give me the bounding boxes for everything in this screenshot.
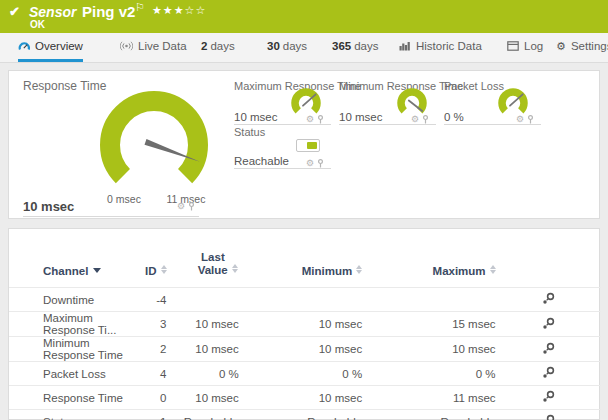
gear-icon[interactable]: ⚙ xyxy=(306,159,314,168)
mini-gauge-actions: ⚙ xyxy=(516,115,534,124)
mini-gauge-actions: ⚙ xyxy=(411,115,429,124)
gauge-icon xyxy=(18,41,30,52)
column-header-channel[interactable]: Channel xyxy=(9,229,139,288)
tab-overview[interactable]: Overview xyxy=(18,33,83,62)
channel-maximum: Reachable xyxy=(362,410,495,420)
channel-id: 4 xyxy=(139,362,166,386)
channel-maximum xyxy=(362,288,495,312)
table-header-row: Channel ID Last Value Minimum Maximum xyxy=(9,229,601,288)
gear-icon[interactable]: ⚙ xyxy=(306,115,314,124)
channel-id: 3 xyxy=(139,312,166,337)
divider xyxy=(339,124,436,125)
log-window-icon xyxy=(507,41,519,51)
channel-id: 0 xyxy=(139,386,166,410)
mini-gauge-actions: ⚙ xyxy=(306,115,324,124)
main-gauge-value: 10 msec xyxy=(23,199,74,214)
table-row: Downtime -4 xyxy=(9,288,601,312)
status-indicator xyxy=(296,139,320,152)
channel-maximum: 10 msec xyxy=(362,337,495,362)
pin-icon[interactable] xyxy=(527,115,534,124)
divider xyxy=(234,168,331,169)
tab-log[interactable]: Log xyxy=(507,33,543,59)
flag-icon[interactable]: ⚐ xyxy=(135,1,145,14)
status-value: Reachable xyxy=(234,155,289,167)
tab-live-data[interactable]: Live Data xyxy=(120,33,187,59)
status-title: Status xyxy=(234,126,265,138)
channel-name: Downtime xyxy=(9,288,139,312)
pin-icon[interactable] xyxy=(317,159,324,168)
gear-icon: ⚙ xyxy=(556,41,566,52)
channel-minimum xyxy=(239,288,362,312)
channel-id: 2 xyxy=(139,337,166,362)
mini-gauge-value: 10 msec xyxy=(339,111,382,123)
response-time-gauge xyxy=(94,83,214,195)
overview-gauges-panel: Response Time 0 msec 11 msec 10 msec ⚙ M… xyxy=(8,70,600,219)
pin-icon[interactable] xyxy=(188,202,195,211)
mini-gauge-value: 10 msec xyxy=(234,111,277,123)
tab-30-days[interactable]: 30days xyxy=(267,33,307,59)
bar-chart-icon xyxy=(399,41,411,51)
channel-minimum: 10 msec xyxy=(239,386,362,410)
table-row: Packet Loss 4 0 % 0 % 0 % xyxy=(9,362,601,386)
table-row: Response Time 0 10 msec 10 msec 11 msec xyxy=(9,386,601,410)
ok-check-icon: ✔ xyxy=(9,4,20,19)
tab-2-days[interactable]: 2days xyxy=(201,33,235,59)
sensor-kind-label: Sensor xyxy=(29,4,76,20)
sort-icon xyxy=(161,265,167,274)
table-row: Maximum Response Ti... 3 10 msec 10 msec… xyxy=(9,312,601,337)
sort-desc-icon xyxy=(93,268,101,273)
channel-minimum: Reachable xyxy=(239,410,362,420)
channel-name: Minimum Response Time xyxy=(9,337,139,362)
channel-maximum: 0 % xyxy=(362,362,495,386)
sort-icon xyxy=(356,265,362,274)
channel-settings-icon[interactable] xyxy=(542,292,555,305)
channel-settings-icon[interactable] xyxy=(542,390,555,403)
pin-icon[interactable] xyxy=(422,115,429,124)
sensor-title: Ping v2 xyxy=(82,3,135,20)
gear-icon[interactable]: ⚙ xyxy=(411,115,419,124)
channel-last-value: 0 % xyxy=(167,362,239,386)
channel-name: Status xyxy=(9,410,139,420)
gear-icon[interactable]: ⚙ xyxy=(516,115,524,124)
sensor-status-badge: OK xyxy=(30,19,45,30)
channel-id: -4 xyxy=(139,288,166,312)
column-header-id[interactable]: ID xyxy=(139,229,166,288)
channel-settings-icon[interactable] xyxy=(542,414,555,420)
column-header-minimum[interactable]: Minimum xyxy=(239,229,362,288)
sensor-header-bar: ✔ Sensor Ping v2 ⚐ ★★★☆☆ OK xyxy=(0,0,608,33)
channel-last-value: Reachable xyxy=(167,410,239,420)
priority-stars[interactable]: ★★★☆☆ xyxy=(152,4,206,17)
status-actions: ⚙ xyxy=(306,159,324,168)
channel-last-value: 10 msec xyxy=(167,312,239,337)
channel-settings-icon[interactable] xyxy=(542,342,555,355)
tab-settings[interactable]: ⚙ Settings xyxy=(556,33,608,59)
channel-table-panel: Channel ID Last Value Minimum Maximum xyxy=(8,228,600,420)
divider xyxy=(23,216,199,217)
channel-last-value: 10 msec xyxy=(167,386,239,410)
divider xyxy=(234,124,331,125)
column-header-last-value[interactable]: Last Value xyxy=(167,229,239,288)
main-gauge-actions: ⚙ xyxy=(177,202,195,211)
channel-minimum: 0 % xyxy=(239,362,362,386)
table-row: Status 1 Reachable Reachable Reachable xyxy=(9,410,601,420)
channel-minimum: 10 msec xyxy=(239,312,362,337)
column-header-actions xyxy=(496,229,601,288)
tab-365-days[interactable]: 365days xyxy=(332,33,378,59)
live-signal-icon xyxy=(120,41,133,51)
pin-icon[interactable] xyxy=(317,115,324,124)
channel-minimum: 10 msec xyxy=(239,337,362,362)
gear-icon[interactable]: ⚙ xyxy=(177,202,185,211)
channel-maximum: 11 msec xyxy=(362,386,495,410)
channel-name: Response Time xyxy=(9,386,139,410)
sort-icon xyxy=(490,265,496,274)
channel-table: Channel ID Last Value Minimum Maximum xyxy=(9,229,601,420)
main-gauge-scale-min: 0 msec xyxy=(107,193,141,205)
tab-bar: Overview Live Data 2days 30days 365days … xyxy=(0,33,608,63)
channel-settings-icon[interactable] xyxy=(542,317,555,330)
channel-name: Packet Loss xyxy=(9,362,139,386)
tab-historic-data[interactable]: Historic Data xyxy=(399,33,482,59)
sort-icon xyxy=(232,264,238,273)
channel-last-value xyxy=(167,288,239,312)
channel-settings-icon[interactable] xyxy=(542,366,555,379)
column-header-maximum[interactable]: Maximum xyxy=(362,229,495,288)
